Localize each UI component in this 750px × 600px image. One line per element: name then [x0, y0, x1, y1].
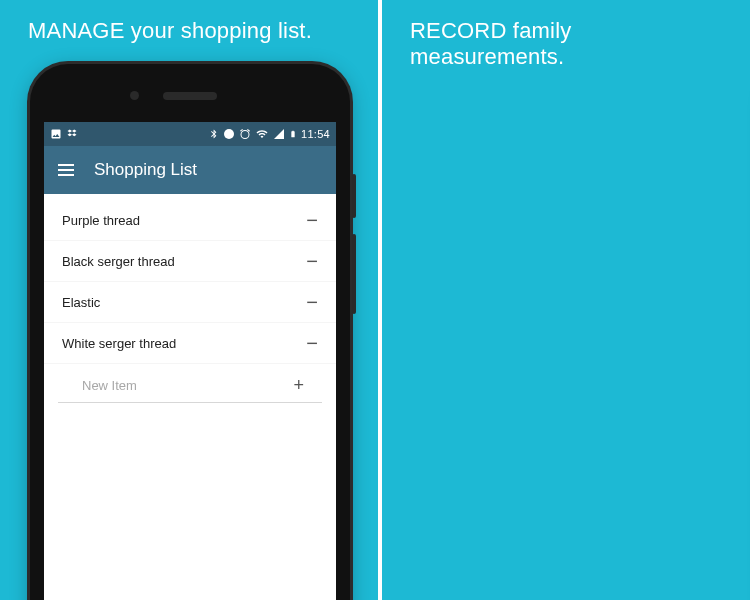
- svg-point-0: [224, 129, 234, 139]
- app-bar: Shopping List: [44, 146, 336, 194]
- promo-panel-shopping: MANAGE your shopping list. 11:54: [0, 0, 378, 600]
- phone-screen-left: 11:54 Shopping List Purple thread − Blac…: [44, 122, 336, 600]
- list-item-label: White serger thread: [62, 336, 176, 351]
- phone-volume-button: [352, 234, 356, 314]
- bluetooth-icon: [209, 128, 219, 140]
- remove-icon[interactable]: −: [306, 292, 318, 312]
- remove-icon[interactable]: −: [306, 333, 318, 353]
- promo-panel-measurements: RECORD family measurements. 11:54: [382, 0, 750, 600]
- phone-camera: [130, 91, 139, 100]
- phone-frame-left: 11:54 Shopping List Purple thread − Blac…: [30, 64, 350, 600]
- list-item-label: Elastic: [62, 295, 100, 310]
- headline-shopping: MANAGE your shopping list.: [0, 0, 378, 58]
- shopping-list: Purple thread − Black serger thread − El…: [44, 194, 336, 409]
- messenger-icon: [223, 128, 235, 140]
- new-item-input[interactable]: New Item: [82, 378, 137, 393]
- wifi-icon: [255, 128, 269, 140]
- list-item[interactable]: White serger thread −: [44, 323, 336, 364]
- list-item[interactable]: Purple thread −: [44, 200, 336, 241]
- alarm-icon: [239, 128, 251, 140]
- app-bar-title: Shopping List: [94, 160, 197, 180]
- list-item[interactable]: Elastic −: [44, 282, 336, 323]
- list-item-label: Purple thread: [62, 213, 140, 228]
- headline-measurements: RECORD family measurements.: [382, 0, 750, 84]
- remove-icon[interactable]: −: [306, 210, 318, 230]
- status-bar: 11:54: [44, 122, 336, 146]
- battery-icon: [289, 128, 297, 140]
- add-icon[interactable]: +: [293, 376, 304, 394]
- image-icon: [50, 128, 62, 140]
- status-time: 11:54: [301, 128, 330, 140]
- list-item-label: Black serger thread: [62, 254, 175, 269]
- remove-icon[interactable]: −: [306, 251, 318, 271]
- phone-power-button: [352, 174, 356, 218]
- phone-speaker: [163, 92, 217, 100]
- new-item-row[interactable]: New Item +: [58, 366, 322, 403]
- dropbox-icon: [66, 128, 78, 140]
- menu-icon[interactable]: [58, 164, 74, 176]
- signal-icon: [273, 128, 285, 140]
- list-item[interactable]: Black serger thread −: [44, 241, 336, 282]
